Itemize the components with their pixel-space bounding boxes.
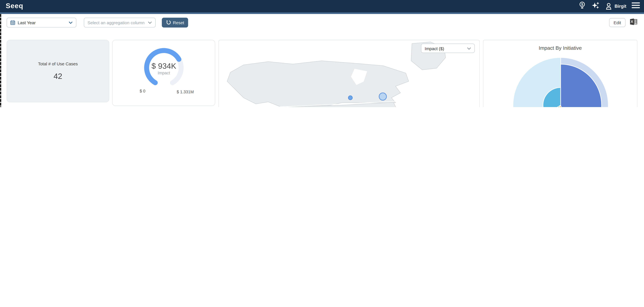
kpi-card-total-use-cases: Total # of Use Cases 42 xyxy=(6,40,109,102)
impact-by-initiative-pie[interactable] xyxy=(483,51,638,107)
reset-button[interactable]: Reset xyxy=(162,18,188,28)
map-metric-value: Impact ($) xyxy=(425,46,444,51)
date-range-select[interactable]: Last Year xyxy=(6,18,76,28)
svg-text:$ 934K: $ 934K xyxy=(151,61,176,70)
chevron-down-icon xyxy=(148,21,152,24)
aggregation-select[interactable]: Select an aggregation column xyxy=(84,18,156,28)
map-data-point[interactable] xyxy=(379,93,386,100)
dashboard-toolbar: Last Year Select an aggregation column R… xyxy=(6,17,638,28)
svg-text:$ 1.331M: $ 1.331M xyxy=(176,89,194,94)
kpi-value: 42 xyxy=(54,72,62,81)
hamburger-menu-icon[interactable] xyxy=(632,2,640,10)
user-menu[interactable]: Birgit xyxy=(605,2,626,10)
pie-panel: Impact By Initiative Batch MonitoringEne… xyxy=(483,40,638,107)
top-navigation-bar: Seeq $ Birgit xyxy=(0,0,644,12)
date-range-value: Last Year xyxy=(18,20,36,25)
svg-text:X: X xyxy=(631,20,633,24)
map-panel: Impact ($) − + ‹ › xyxy=(218,40,480,107)
excel-export-icon[interactable]: X xyxy=(630,18,638,27)
aggregation-placeholder: Select an aggregation column xyxy=(88,20,144,25)
map-metric-select[interactable]: Impact ($) xyxy=(421,44,475,53)
gauge-card-impact: $ 934KImpact$ 0$ 1.331M xyxy=(112,40,215,106)
svg-text:$: $ xyxy=(582,2,584,6)
pie-slice xyxy=(560,64,602,107)
seeq-logo: Seeq xyxy=(6,2,23,10)
left-window-edge xyxy=(0,14,1,107)
kpi-label: Total # of Use Cases xyxy=(38,61,78,66)
svg-text:Impact: Impact xyxy=(158,70,170,75)
svg-text:$ 0: $ 0 xyxy=(140,88,145,93)
chevron-down-icon xyxy=(69,21,73,24)
impact-gauge: $ 934KImpact$ 0$ 1.331M xyxy=(125,42,203,104)
reset-icon xyxy=(166,20,171,25)
ai-sparkles-icon[interactable] xyxy=(592,1,600,11)
pie-chart-title: Impact By Initiative xyxy=(483,45,637,51)
user-icon xyxy=(605,2,612,10)
impact-lightbulb-icon[interactable]: $ xyxy=(578,1,586,11)
edit-button[interactable]: Edit xyxy=(609,18,626,27)
chevron-down-icon xyxy=(467,47,471,50)
user-name: Birgit xyxy=(614,4,626,8)
map-data-point[interactable] xyxy=(348,96,352,100)
accent-stripe xyxy=(0,12,644,14)
app-root: Seeq $ Birgit Last Year Select an xyxy=(0,0,644,107)
calendar-icon xyxy=(10,20,15,25)
